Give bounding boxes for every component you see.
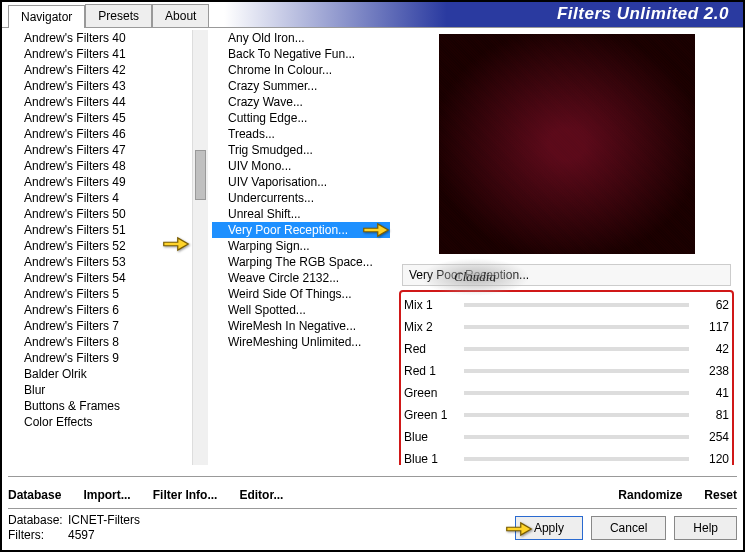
footer-buttons: Apply Cancel Help (515, 516, 737, 540)
category-item[interactable]: Andrew's Filters 44 (8, 94, 208, 110)
category-item[interactable]: Andrew's Filters 8 (8, 334, 208, 350)
category-item[interactable]: Andrew's Filters 42 (8, 62, 208, 78)
filters-key: Filters: (8, 528, 68, 543)
category-item[interactable]: Buttons & Frames (8, 398, 208, 414)
filter-item[interactable]: Crazy Wave... (212, 94, 390, 110)
app-title: Filters Unlimited 2.0 (543, 2, 743, 27)
slider-value: 238 (695, 364, 729, 378)
filter-item[interactable]: Any Old Iron... (212, 30, 390, 46)
category-list[interactable]: Andrew's Filters 40Andrew's Filters 41An… (8, 30, 208, 465)
category-item[interactable]: Andrew's Filters 45 (8, 110, 208, 126)
slider-value: 42 (695, 342, 729, 356)
window-header: Navigator Presets About Filters Unlimite… (2, 2, 743, 28)
slider-label: Mix 2 (404, 320, 458, 334)
slider-track[interactable] (464, 347, 689, 351)
slider-value: 120 (695, 452, 729, 465)
slider-label: Red (404, 342, 458, 356)
category-item[interactable]: Andrew's Filters 40 (8, 30, 208, 46)
slider-row: Red42 (404, 338, 729, 360)
category-item[interactable]: Andrew's Filters 46 (8, 126, 208, 142)
main-panel: Andrew's Filters 40Andrew's Filters 41An… (8, 30, 737, 465)
apply-button[interactable]: Apply (515, 516, 583, 540)
filter-list[interactable]: Any Old Iron...Back To Negative Fun...Ch… (212, 30, 390, 465)
slider-row: Green 181 (404, 404, 729, 426)
filter-item[interactable]: Undercurrents... (212, 190, 390, 206)
category-item[interactable]: Andrew's Filters 7 (8, 318, 208, 334)
slider-label: Green 1 (404, 408, 458, 422)
slider-row: Blue 1120 (404, 448, 729, 465)
category-item[interactable]: Andrew's Filters 4 (8, 190, 208, 206)
slider-track[interactable] (464, 325, 689, 329)
slider-track[interactable] (464, 391, 689, 395)
scrollbar-thumb[interactable] (195, 150, 206, 200)
filter-item[interactable]: Back To Negative Fun... (212, 46, 390, 62)
filter-item[interactable]: Very Poor Reception... (212, 222, 390, 238)
slider-row: Green41 (404, 382, 729, 404)
category-item[interactable]: Balder Olrik (8, 366, 208, 382)
slider-track[interactable] (464, 413, 689, 417)
slider-value: 81 (695, 408, 729, 422)
category-item[interactable]: Color Effects (8, 414, 208, 430)
cancel-button[interactable]: Cancel (591, 516, 666, 540)
tab-navigator[interactable]: Navigator (8, 5, 85, 28)
filter-item[interactable]: Weird Side Of Things... (212, 286, 390, 302)
slider-track[interactable] (464, 303, 689, 307)
filter-item[interactable]: Cutting Edge... (212, 110, 390, 126)
category-item[interactable]: Andrew's Filters 50 (8, 206, 208, 222)
slider-track[interactable] (464, 369, 689, 373)
filter-item[interactable]: Trig Smudged... (212, 142, 390, 158)
slider-label: Mix 1 (404, 298, 458, 312)
filter-item[interactable]: WireMeshing Unlimited... (212, 334, 390, 350)
randomize-button[interactable]: Randomize (618, 488, 682, 502)
slider-value: 117 (695, 320, 729, 334)
preview-image (439, 34, 695, 254)
filter-item[interactable]: Treads... (212, 126, 390, 142)
category-item[interactable]: Andrew's Filters 47 (8, 142, 208, 158)
category-item[interactable]: Andrew's Filters 52 (8, 238, 208, 254)
category-item[interactable]: Andrew's Filters 53 (8, 254, 208, 270)
footer: Database:ICNET-Filters Filters:4597 Appl… (8, 508, 737, 546)
scrollbar[interactable] (192, 30, 208, 465)
category-item[interactable]: Andrew's Filters 49 (8, 174, 208, 190)
category-item[interactable]: Andrew's Filters 43 (8, 78, 208, 94)
category-item[interactable]: Andrew's Filters 54 (8, 270, 208, 286)
import-button[interactable]: Import... (83, 488, 130, 502)
editor-button[interactable]: Editor... (239, 488, 283, 502)
reset-button[interactable]: Reset (704, 488, 737, 502)
filter-item[interactable]: Warping Sign... (212, 238, 390, 254)
parameter-sliders: Mix 162Mix 2117Red42Red 1238Green41Green… (399, 290, 734, 465)
filter-item[interactable]: Crazy Summer... (212, 78, 390, 94)
category-item[interactable]: Andrew's Filters 41 (8, 46, 208, 62)
slider-value: 62 (695, 298, 729, 312)
filter-item[interactable]: Unreal Shift... (212, 206, 390, 222)
database-key: Database: (8, 513, 68, 528)
filter-item[interactable]: Well Spotted... (212, 302, 390, 318)
category-item[interactable]: Blur (8, 382, 208, 398)
slider-row: Red 1238 (404, 360, 729, 382)
slider-track[interactable] (464, 435, 689, 439)
filter-item[interactable]: Weave Circle 2132... (212, 270, 390, 286)
filter-item[interactable]: WireMesh In Negative... (212, 318, 390, 334)
slider-label: Red 1 (404, 364, 458, 378)
category-item[interactable]: Andrew's Filters 51 (8, 222, 208, 238)
filter-item[interactable]: UIV Mono... (212, 158, 390, 174)
tab-presets[interactable]: Presets (85, 4, 152, 27)
footer-info: Database:ICNET-Filters Filters:4597 (8, 513, 140, 543)
preview-noise-overlay (439, 34, 695, 254)
filter-item[interactable]: UIV Vaporisation... (212, 174, 390, 190)
slider-row: Mix 162 (404, 294, 729, 316)
filter-item[interactable]: Chrome In Colour... (212, 62, 390, 78)
tabstrip: Navigator Presets About (2, 2, 209, 27)
slider-value: 41 (695, 386, 729, 400)
category-item[interactable]: Andrew's Filters 48 (8, 158, 208, 174)
help-button[interactable]: Help (674, 516, 737, 540)
slider-label: Blue 1 (404, 452, 458, 465)
category-item[interactable]: Andrew's Filters 5 (8, 286, 208, 302)
database-button[interactable]: Database (8, 488, 61, 502)
tab-about[interactable]: About (152, 4, 209, 27)
category-item[interactable]: Andrew's Filters 9 (8, 350, 208, 366)
slider-track[interactable] (464, 457, 689, 461)
category-item[interactable]: Andrew's Filters 6 (8, 302, 208, 318)
filter-info-button[interactable]: Filter Info... (153, 488, 218, 502)
filter-item[interactable]: Warping The RGB Space... (212, 254, 390, 270)
